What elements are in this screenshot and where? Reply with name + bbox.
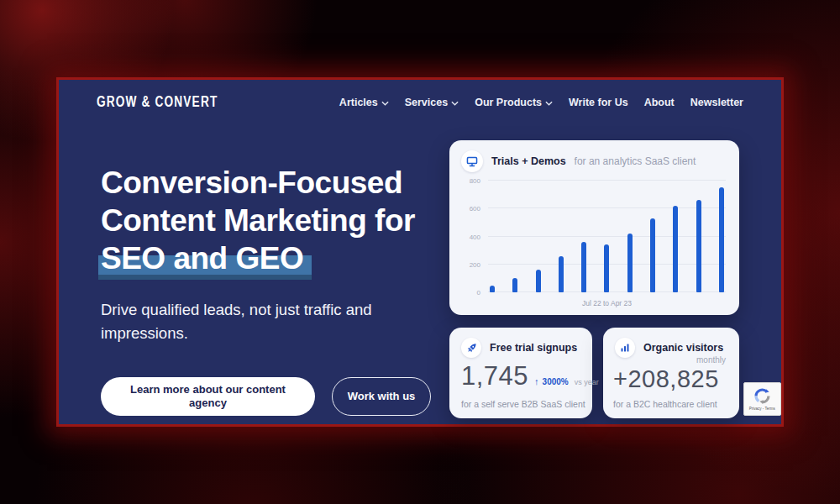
bar [536,270,541,292]
stat-value-row: +208,825 [613,365,719,393]
bar [719,187,724,292]
stat-delta-suffix: vs year [575,378,599,386]
hero-section: Conversion-Focused Content Marketing for… [101,164,462,345]
chart-card-header: Trials + Demos for an analytics SaaS cli… [461,150,696,172]
chevron-down-icon [545,101,553,106]
bar [581,242,586,292]
bar-chart-icon [615,338,635,358]
stat-card-header: Free trial signups [461,338,577,358]
stat-footnote: for a self serve B2B SaaS client [461,399,585,409]
rocket-icon [461,338,481,358]
y-tick-label: 400 [470,233,480,240]
nav-label: About [644,97,675,108]
page-headline: Conversion-Focused Content Marketing for… [101,164,462,277]
chart-title: Trials + Demos [491,155,566,167]
bar [650,218,655,292]
site-header: GROW & CONVERT Articles Services Our Pro… [97,93,743,111]
chart-x-axis-label: Jul 22 to Apr 23 [488,299,726,307]
stat-value-row: 1,745 ↑ 3000% vs year [461,361,599,391]
cta-row: Learn more about our content agency Work… [101,377,431,416]
bar [604,244,609,292]
stat-title: Free trial signups [490,342,577,354]
stat-footnote: for a B2C healthcare client [613,399,717,409]
nav-item-about[interactable]: About [644,97,675,108]
stat-title: Organic visitors [643,342,723,354]
stat-value: +208,825 [613,365,719,393]
recaptcha-privacy-terms: Privacy - Terms [749,406,775,410]
work-with-us-button[interactable]: Work with us [332,377,431,416]
up-arrow-icon: ↑ [534,376,539,386]
main-nav: Articles Services Our Products Write for… [339,97,743,108]
nav-label: Articles [339,97,378,108]
bar [696,200,701,292]
stat-period-label: monthly [696,355,726,365]
nav-label: Newsletter [690,97,743,108]
learn-more-button[interactable]: Learn more about our content agency [101,377,315,416]
bar [627,234,633,292]
bar [559,256,564,292]
nav-label: Write for Us [569,97,628,108]
stat-value: 1,745 [461,361,528,391]
nav-label: Services [405,97,448,108]
headline-line-1: Conversion-Focused [101,164,462,202]
trials-demos-chart-card: Trials + Demos for an analytics SaaS cli… [449,140,739,315]
nav-item-services[interactable]: Services [405,97,459,108]
monitor-icon [461,150,483,172]
nav-item-articles[interactable]: Articles [339,97,389,108]
bar-plot [488,181,726,292]
nav-item-our-products[interactable]: Our Products [475,97,553,108]
chevron-down-icon [451,101,459,106]
chevron-down-icon [381,101,389,106]
bar [512,278,517,292]
y-tick-label: 200 [470,260,480,268]
recaptcha-icon [753,387,771,405]
y-tick-label: 0 [477,289,480,297]
bar [490,286,495,292]
headline-line-2: Content Marketing for [101,202,462,239]
recaptcha-badge[interactable]: Privacy - Terms [743,382,781,416]
organic-visitors-card: Organic visitors monthly +208,825 for a … [603,328,739,418]
nav-label: Our Products [475,97,542,108]
bar [673,206,678,292]
hero-subtext: Drive qualified leads, not just traffic … [101,298,424,345]
y-tick-label: 600 [470,205,480,213]
headline-highlight: SEO and GEO [98,241,312,280]
main-panel: GROW & CONVERT Articles Services Our Pro… [59,80,781,424]
stat-delta: 3000% [543,377,569,386]
free-trial-signups-card: Free trial signups 1,745 ↑ 3000% vs year… [449,328,592,418]
y-tick-label: 800 [470,177,480,185]
nav-item-write-for-us[interactable]: Write for Us [569,97,628,108]
brand-logo[interactable]: GROW & CONVERT [97,93,218,111]
chart-plot-area: 0200400600800 [488,181,726,292]
chart-subtitle: for an analytics SaaS client [575,155,696,167]
nav-item-newsletter[interactable]: Newsletter [690,97,743,108]
